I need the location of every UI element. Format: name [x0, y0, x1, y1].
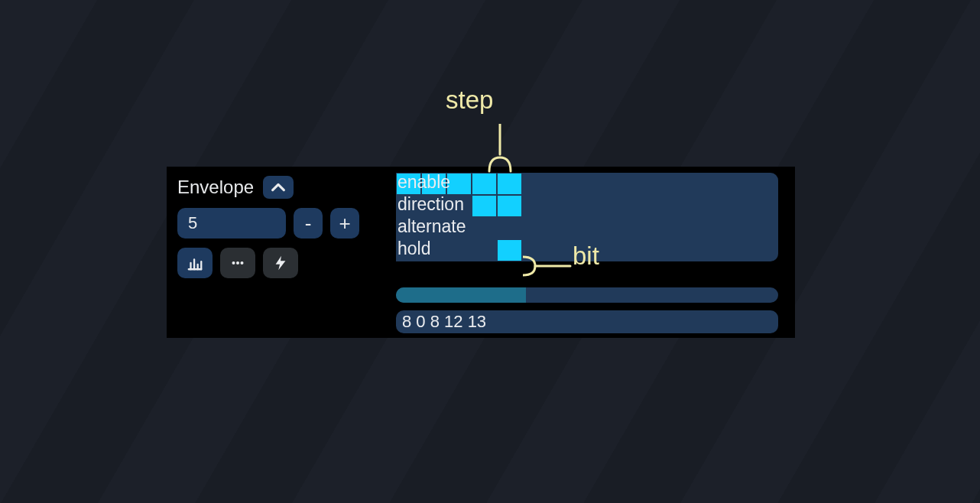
collapse-button[interactable]	[263, 176, 294, 199]
bit-cell[interactable]	[472, 239, 497, 261]
bit-on	[422, 174, 446, 194]
bit-cell[interactable]	[724, 173, 749, 195]
bit-cell[interactable]	[547, 217, 573, 239]
bit-cell[interactable]	[547, 239, 573, 261]
bit-on	[498, 174, 521, 194]
decrement-button[interactable]: -	[294, 208, 323, 239]
bit-cell[interactable]	[673, 195, 699, 217]
bit-cell[interactable]	[623, 173, 648, 195]
bit-cell[interactable]	[522, 195, 547, 217]
bit-cell[interactable]	[749, 217, 774, 239]
grid-row-direction: direction	[396, 195, 778, 217]
bit-cell[interactable]	[421, 239, 446, 261]
bit-cell[interactable]	[598, 239, 623, 261]
bit-cell[interactable]	[497, 195, 522, 217]
bit-cell[interactable]	[522, 217, 547, 239]
bit-on	[498, 240, 521, 261]
bit-on	[397, 174, 420, 194]
progress-bar[interactable]	[396, 287, 778, 303]
bars-button[interactable]	[177, 248, 213, 278]
trigger-button[interactable]	[263, 248, 298, 278]
bit-cell[interactable]	[623, 217, 648, 239]
step-count-input[interactable]: 5	[177, 208, 286, 239]
bit-cell[interactable]	[699, 173, 724, 195]
bit-cell[interactable]	[749, 173, 774, 195]
increment-button[interactable]: +	[330, 208, 359, 239]
bit-cell[interactable]	[673, 217, 699, 239]
bit-cell[interactable]	[522, 173, 547, 195]
bit-cell[interactable]	[573, 195, 598, 217]
bit-cell[interactable]	[724, 195, 749, 217]
bit-cell[interactable]	[648, 239, 673, 261]
grid-row-alternate: alternate	[396, 217, 778, 239]
bit-cell[interactable]	[699, 217, 724, 239]
bit-cell[interactable]	[699, 195, 724, 217]
bit-cell[interactable]	[648, 195, 673, 217]
grid-row-hold: hold	[396, 239, 778, 261]
progress-fill	[396, 287, 526, 303]
bit-cell[interactable]	[497, 173, 522, 195]
bit-cell[interactable]	[749, 195, 774, 217]
bit-cell[interactable]	[472, 195, 497, 217]
bit-on	[498, 196, 521, 216]
more-button[interactable]	[220, 248, 255, 278]
bit-cell[interactable]	[446, 239, 472, 261]
bit-cell[interactable]	[547, 195, 573, 217]
bit-cell[interactable]	[396, 239, 421, 261]
bar-chart-icon	[185, 255, 205, 271]
bit-on	[472, 196, 496, 216]
bit-cell[interactable]	[724, 239, 749, 261]
svg-point-0	[232, 261, 235, 264]
bit-cell[interactable]	[673, 239, 699, 261]
bit-cell[interactable]	[573, 217, 598, 239]
bit-cell[interactable]	[648, 217, 673, 239]
bit-cell[interactable]	[598, 217, 623, 239]
bit-cell[interactable]	[623, 195, 648, 217]
bit-cell[interactable]	[573, 173, 598, 195]
chevron-up-icon	[270, 180, 287, 194]
bit-cell[interactable]	[396, 173, 421, 195]
bit-on	[472, 174, 496, 194]
bit-cell[interactable]	[396, 195, 421, 217]
svg-point-2	[240, 261, 243, 264]
bit-cell[interactable]	[446, 173, 472, 195]
bit-cell[interactable]	[472, 173, 497, 195]
bit-cell[interactable]	[598, 195, 623, 217]
bit-cell[interactable]	[623, 239, 648, 261]
bit-cell[interactable]	[724, 217, 749, 239]
bit-cell[interactable]	[497, 239, 522, 261]
bit-cell[interactable]	[699, 239, 724, 261]
grid-row-enable: enable	[396, 173, 778, 195]
svg-point-1	[236, 261, 239, 264]
bit-cell[interactable]	[547, 173, 573, 195]
bit-cell[interactable]	[396, 217, 421, 239]
bit-cell[interactable]	[446, 195, 472, 217]
bit-cell[interactable]	[749, 239, 774, 261]
ellipsis-icon	[228, 255, 248, 271]
values-input[interactable]: 8 0 8 12 13	[396, 310, 778, 333]
bit-cell[interactable]	[598, 173, 623, 195]
bit-cell[interactable]	[522, 239, 547, 261]
bit-cell[interactable]	[421, 195, 446, 217]
bit-cell[interactable]	[497, 217, 522, 239]
bit-cell[interactable]	[472, 217, 497, 239]
panel-title: Envelope	[177, 177, 254, 198]
lightning-icon	[271, 255, 290, 271]
bit-cell[interactable]	[421, 217, 446, 239]
bit-cell[interactable]	[446, 217, 472, 239]
bit-cell[interactable]	[573, 239, 598, 261]
bit-cell[interactable]	[673, 173, 699, 195]
envelope-panel: Envelope 5 - +	[167, 167, 795, 338]
bit-cell[interactable]	[648, 173, 673, 195]
bit-on	[447, 174, 471, 194]
left-controls: Envelope 5 - +	[177, 176, 382, 278]
bit-cell[interactable]	[421, 173, 446, 195]
